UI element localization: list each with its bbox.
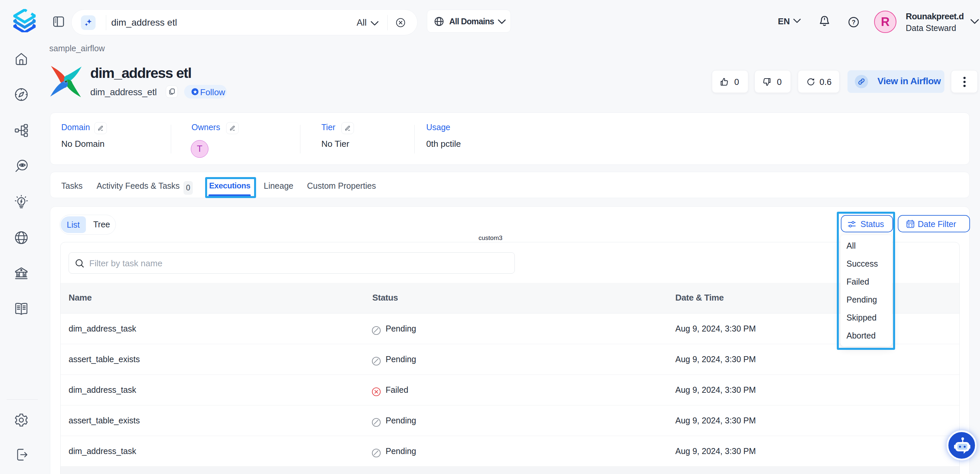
svg-text:?: ? — [852, 19, 856, 25]
